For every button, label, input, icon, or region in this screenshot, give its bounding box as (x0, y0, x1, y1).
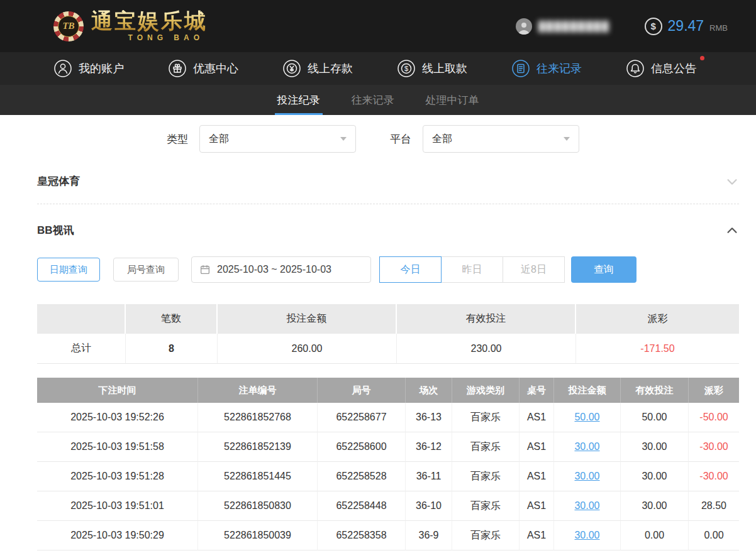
cell-bet-id: 522861852768 (198, 403, 318, 432)
cell-payout: 0.00 (689, 521, 739, 550)
records-icon (511, 59, 530, 78)
summary-table: 笔数 投注金额 有效投注 派彩 总计 8 260.00 230.00 -171.… (37, 304, 739, 364)
cell-game: 百家乐 (452, 462, 520, 491)
balance-currency: RMB (709, 23, 728, 33)
svg-text:$: $ (404, 65, 408, 72)
nav-label: 往来记录 (536, 61, 582, 76)
section-title: 皇冠体育 (37, 174, 80, 189)
cell-time: 2025-10-03 19:51:28 (37, 462, 198, 491)
nav-announcements[interactable]: 信息公告 (626, 59, 696, 78)
last-8-days-button[interactable]: 近8日 (503, 256, 565, 283)
main-nav: 我的账户 优惠中心 线上存款 $ 线上取款 往来记录 信息公告 (0, 52, 756, 85)
cell-round: 652258528 (318, 462, 406, 491)
balance[interactable]: $ 29.47 RMB (645, 18, 728, 35)
type-select[interactable]: 全部 (199, 125, 356, 153)
summary-header-payout: 派彩 (576, 304, 739, 334)
summary-header-valid-bet: 有效投注 (397, 304, 576, 334)
brand-logo: TB 通宝娱乐城 TONG BAO (53, 10, 208, 42)
cell-game: 百家乐 (452, 432, 520, 462)
tab-transaction-records[interactable]: 往来记录 (349, 85, 397, 115)
query-toolbar: 日期查询 局号查询 2025-10-03 ~ 2025-10-03 今日 昨日 … (37, 256, 739, 283)
cell-payout: -30.00 (689, 462, 739, 491)
search-button[interactable]: 查询 (571, 256, 636, 283)
cell-bet-id: 522861851445 (198, 462, 318, 491)
date-range-value: 2025-10-03 ~ 2025-10-03 (217, 264, 331, 275)
cell-bet-id: 522861852139 (198, 432, 318, 462)
date-query-button[interactable]: 日期查询 (37, 258, 100, 282)
cell-round: 652258448 (318, 491, 406, 521)
dashed-divider (37, 204, 739, 204)
nav-my-account[interactable]: 我的账户 (53, 59, 124, 78)
cell-bet-amount-link[interactable]: 30.00 (554, 432, 621, 462)
topbar: TB 通宝娱乐城 TONG BAO █████████ $ 29.47 RMB (0, 0, 756, 52)
calendar-icon (199, 264, 211, 275)
user-icon (53, 59, 72, 78)
cell-game: 百家乐 (452, 491, 520, 521)
brand-badge: TB (58, 16, 79, 37)
dollar-icon: $ (645, 18, 662, 35)
chevron-down-icon (340, 137, 347, 141)
brand-text: 通宝娱乐城 TONG BAO (91, 10, 208, 42)
cell-bet-amount-link[interactable]: 50.00 (554, 403, 621, 432)
tab-label: 投注纪录 (277, 93, 320, 107)
yesterday-button[interactable]: 昨日 (441, 256, 503, 283)
user-info[interactable]: █████████ (516, 18, 610, 35)
section-bb-video: BB视讯 (37, 223, 739, 238)
cell-time: 2025-10-03 19:51:01 (37, 491, 198, 521)
cell-bet-id: 522861850039 (198, 521, 318, 550)
summary-payout: -171.50 (576, 334, 739, 364)
cell-valid-bet: 30.00 (621, 432, 689, 462)
cell-valid-bet: 30.00 (621, 462, 689, 491)
main-content: 类型 全部 平台 全部 皇冠体育 BB视讯 日期查询 局号查询 2025-10-… (0, 125, 756, 550)
nav-promo-center[interactable]: 优惠中心 (168, 59, 238, 78)
nav-label: 优惠中心 (193, 61, 238, 76)
type-label: 类型 (167, 132, 188, 146)
round-query-button[interactable]: 局号查询 (113, 258, 179, 282)
nav-transaction-records[interactable]: 往来记录 (511, 59, 582, 78)
col-header-round: 局号 (318, 378, 406, 403)
col-header-payout: 派彩 (689, 378, 739, 403)
cell-valid-bet: 0.00 (621, 521, 689, 550)
coin-yuan-icon (282, 59, 301, 78)
brand-subtitle: TONG BAO (91, 33, 208, 42)
quick-date-group: 今日 昨日 近8日 (379, 256, 565, 283)
summary-header-bet-amount: 投注金额 (218, 304, 397, 334)
col-header-bet-id: 注单编号 (198, 378, 318, 403)
cell-round: 652258677 (318, 403, 406, 432)
today-button[interactable]: 今日 (379, 256, 442, 283)
date-range-input[interactable]: 2025-10-03 ~ 2025-10-03 (191, 256, 371, 283)
tab-label: 往来记录 (352, 93, 394, 107)
nav-label: 我的账户 (79, 61, 124, 76)
platform-select[interactable]: 全部 (423, 125, 579, 153)
nav-online-withdraw[interactable]: $ 线上取款 (397, 59, 467, 78)
chevron-up-icon[interactable] (725, 224, 739, 238)
bet-records-table: 下注时间 注单编号 局号 场次 游戏类别 桌号 投注金额 有效投注 派彩 202… (37, 378, 739, 550)
cell-table: AS1 (520, 521, 554, 550)
platform-label: 平台 (390, 132, 411, 146)
balance-amount: 29.47 (668, 18, 704, 35)
nav-online-deposit[interactable]: 线上存款 (282, 59, 353, 78)
col-header-bet-amount: 投注金额 (554, 378, 621, 403)
cell-time: 2025-10-03 19:52:26 (37, 403, 198, 432)
cell-time: 2025-10-03 19:50:29 (37, 521, 198, 550)
cell-table: AS1 (520, 432, 554, 462)
poker-chip-icon: TB (53, 11, 84, 41)
col-header-game-type: 游戏类别 (452, 378, 520, 403)
section-crown-sports: 皇冠体育 (37, 174, 739, 189)
cell-bet-amount-link[interactable]: 30.00 (554, 521, 621, 550)
platform-select-value: 全部 (432, 133, 452, 146)
cell-payout: 28.50 (689, 491, 739, 521)
summary-header-count: 笔数 (126, 304, 218, 334)
col-header-time: 下注时间 (37, 378, 198, 403)
cell-payout: -30.00 (689, 432, 739, 462)
avatar (516, 18, 532, 35)
chevron-down-icon[interactable] (725, 175, 739, 189)
bell-icon (626, 59, 645, 78)
type-select-value: 全部 (209, 133, 229, 146)
tab-bet-records[interactable]: 投注纪录 (275, 85, 323, 115)
cell-bet-amount-link[interactable]: 30.00 (554, 491, 621, 521)
cell-bet-amount-link[interactable]: 30.00 (554, 462, 621, 491)
tab-pending-orders[interactable]: 处理中订单 (423, 85, 482, 115)
cell-time: 2025-10-03 19:51:58 (37, 432, 198, 462)
cell-session: 36-11 (406, 462, 452, 491)
